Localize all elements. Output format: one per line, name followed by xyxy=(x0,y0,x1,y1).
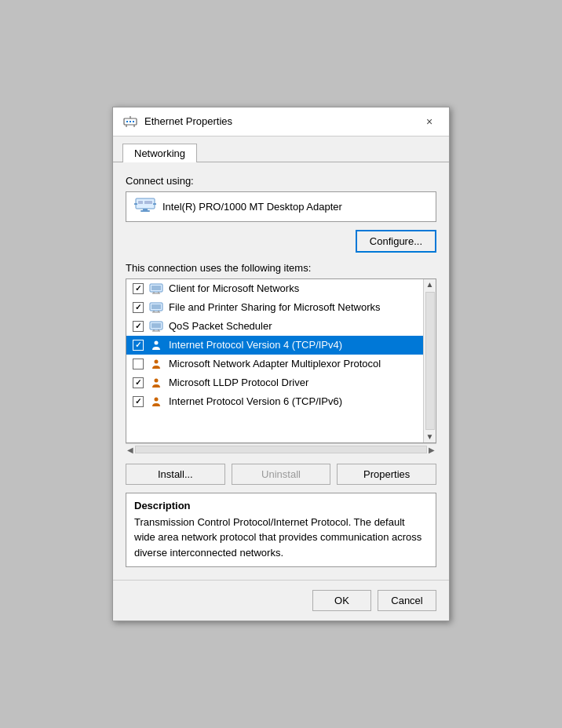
svg-rect-12 xyxy=(134,203,137,205)
item-label-1: Client for Microsoft Networks xyxy=(169,282,299,294)
svg-rect-1 xyxy=(126,121,128,122)
svg-rect-3 xyxy=(133,121,134,122)
svg-rect-20 xyxy=(151,304,161,309)
item-checkbox-4[interactable] xyxy=(133,340,144,351)
title-bar: Ethernet Properties × xyxy=(113,107,449,136)
dialog-title: Ethernet Properties xyxy=(144,115,232,127)
close-button[interactable]: × xyxy=(419,114,440,129)
svg-rect-13 xyxy=(153,203,156,205)
svg-point-31 xyxy=(155,378,159,382)
tab-bar: Networking xyxy=(113,136,449,162)
svg-point-29 xyxy=(155,340,159,344)
svg-point-30 xyxy=(155,359,159,363)
item-icon-2 xyxy=(148,301,164,314)
item-icon-5 xyxy=(148,358,164,370)
item-label-6: Microsoft LLDP Protocol Driver xyxy=(169,377,308,388)
items-section-label: This connection uses the following items… xyxy=(126,262,436,274)
svg-rect-15 xyxy=(151,286,161,290)
item-icon-6 xyxy=(148,377,164,389)
install-button[interactable]: Install... xyxy=(126,464,225,485)
adapter-name: Intel(R) PRO/1000 MT Desktop Adapter xyxy=(162,201,342,213)
scroll-up-arrow[interactable]: ▲ xyxy=(425,279,436,290)
action-buttons: Install... Uninstall Properties xyxy=(126,464,436,485)
vertical-scrollbar[interactable]: ▲ ▼ xyxy=(423,279,436,442)
ethernet-properties-dialog: Ethernet Properties × Networking Connect… xyxy=(112,107,450,622)
description-box: Description Transmission Control Protoco… xyxy=(126,493,436,568)
list-item[interactable]: File and Printer Sharing for Microsoft N… xyxy=(126,298,423,317)
horizontal-scrollbar[interactable]: ◀ ▶ xyxy=(126,443,436,456)
list-item[interactable]: Microsoft LLDP Protocol Driver xyxy=(126,373,423,392)
item-checkbox-5[interactable] xyxy=(133,359,144,369)
properties-button[interactable]: Properties xyxy=(337,464,436,485)
scroll-down-arrow[interactable]: ▼ xyxy=(425,431,436,442)
content-area: Connect using: Intel(R) PRO/1000 MT Desk… xyxy=(113,162,449,581)
adapter-box: Intel(R) PRO/1000 MT Desktop Adapter xyxy=(126,191,436,222)
item-checkbox-6[interactable] xyxy=(133,377,144,388)
item-label-5: Microsoft Network Adapter Multiplexor Pr… xyxy=(169,358,381,369)
item-icon-7 xyxy=(148,395,164,408)
list-item[interactable]: Microsoft Network Adapter Multiplexor Pr… xyxy=(126,355,423,373)
scroll-left-arrow[interactable]: ◀ xyxy=(127,446,133,454)
list-item[interactable]: QoS Packet Scheduler xyxy=(126,317,423,336)
description-title: Description xyxy=(134,500,428,511)
connect-using-label: Connect using: xyxy=(126,175,436,187)
item-checkbox-7[interactable] xyxy=(133,396,144,407)
item-label-7: Internet Protocol Version 6 (TCP/IPv6) xyxy=(169,395,342,407)
items-list[interactable]: Client for Microsoft Networks File and P… xyxy=(126,278,436,443)
item-checkbox-1[interactable] xyxy=(133,283,144,294)
item-label-2: File and Printer Sharing for Microsoft N… xyxy=(169,301,380,313)
configure-row: Configure... xyxy=(126,230,436,253)
title-bar-left: Ethernet Properties xyxy=(122,115,232,128)
svg-point-32 xyxy=(155,397,159,401)
tab-networking[interactable]: Networking xyxy=(122,144,197,162)
scroll-right-arrow[interactable]: ▶ xyxy=(429,446,435,454)
item-icon-1 xyxy=(148,282,164,295)
ethernet-icon xyxy=(122,115,138,128)
item-icon-3 xyxy=(148,320,164,333)
list-item[interactable]: Internet Protocol Version 4 (TCP/IPv4) xyxy=(126,336,423,355)
scroll-track[interactable] xyxy=(135,446,427,453)
item-checkbox-3[interactable] xyxy=(133,321,144,332)
list-item[interactable]: Client for Microsoft Networks xyxy=(126,279,423,298)
svg-rect-8 xyxy=(138,201,143,204)
adapter-icon xyxy=(134,197,156,217)
cancel-button[interactable]: Cancel xyxy=(378,590,436,611)
svg-rect-9 xyxy=(144,201,152,204)
configure-button[interactable]: Configure... xyxy=(356,230,436,253)
list-item[interactable]: Internet Protocol Version 6 (TCP/IPv6) xyxy=(126,392,423,411)
svg-rect-2 xyxy=(130,121,131,122)
item-icon-4 xyxy=(148,339,164,351)
item-label-3: QoS Packet Scheduler xyxy=(169,320,272,332)
item-checkbox-2[interactable] xyxy=(133,302,144,313)
item-label-4: Internet Protocol Version 4 (TCP/IPv4) xyxy=(169,339,342,351)
ok-button[interactable]: OK xyxy=(312,590,371,611)
description-text: Transmission Control Protocol/Internet P… xyxy=(134,515,428,561)
svg-rect-25 xyxy=(151,323,161,328)
uninstall-button[interactable]: Uninstall xyxy=(232,464,331,485)
footer: OK Cancel xyxy=(113,580,449,621)
svg-rect-11 xyxy=(140,210,150,212)
scroll-thumb[interactable] xyxy=(425,292,435,430)
